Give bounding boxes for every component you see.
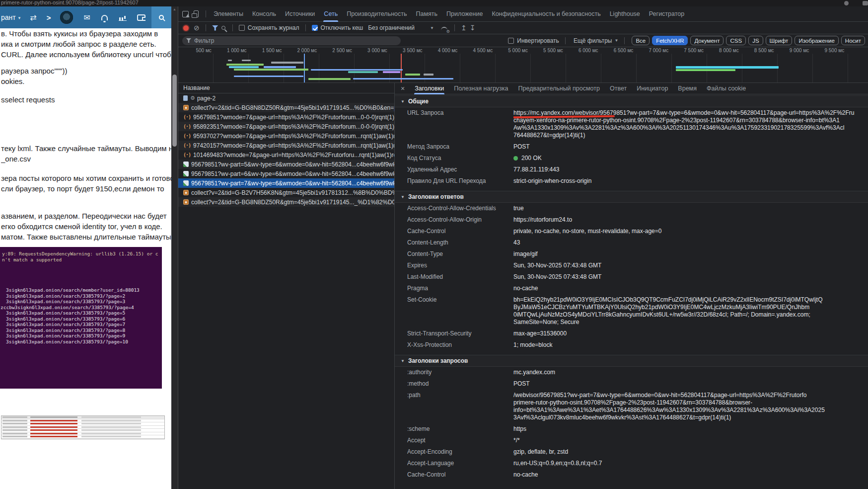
request-row[interactable]: ⚙ 95892351?wmode=7&page-url=https%3A%2F%… bbox=[178, 122, 394, 131]
header-row: :scheme https bbox=[407, 423, 868, 435]
path-line: /webvisor/95679851?wv-part=7&wv-type=6&w… bbox=[513, 392, 868, 399]
filter-chip[interactable]: JS bbox=[748, 36, 763, 45]
search-icon[interactable] bbox=[221, 26, 225, 30]
filter-chip[interactable]: Изображение bbox=[795, 36, 838, 45]
devtools-tab[interactable]: Конфиденциальность и безопасность bbox=[487, 6, 605, 22]
terminal-line: 3sigkn6l3xpad.onion/search/3385793/?page… bbox=[0, 299, 162, 305]
request-type-icon bbox=[183, 171, 189, 176]
devtools-tab[interactable]: Элементы bbox=[209, 6, 248, 22]
request-type-icon bbox=[183, 199, 189, 205]
network-overview-timeline[interactable]: 500 мс1 000 мс1 500 мс2 000 мс2 500 мс3 … bbox=[178, 47, 868, 83]
request-row[interactable]: ⚙ 95679851?wv-part=6&wv-type=6&wmode=0&w… bbox=[178, 169, 394, 178]
request-row[interactable]: ⚙ 95937027?wmode=7&page-url=https%3A%2F%… bbox=[178, 131, 394, 141]
request-row[interactable]: ⚙ 97420157?wmode=7&page-url=https%3A%2F%… bbox=[178, 141, 394, 150]
invert-checkbox[interactable] bbox=[508, 38, 514, 44]
record-icon[interactable] bbox=[183, 25, 189, 31]
request-row[interactable]: ⚙ 95679851?wv-part=5&wv-type=6&wmode=0&w… bbox=[178, 160, 394, 169]
timeline-tick-label: 7 500 мс bbox=[670, 47, 706, 54]
profile-icon[interactable] bbox=[844, 1, 849, 5]
filter-chip[interactable]: CSS bbox=[726, 36, 746, 45]
attachment-table-thumbnail[interactable] bbox=[1, 415, 165, 439]
detail-tab[interactable]: Файлы cookie bbox=[702, 83, 751, 94]
chevron-right-icon[interactable]: > bbox=[47, 13, 51, 22]
guarantor-menu[interactable]: рант bbox=[1, 13, 16, 21]
scrollbar-thumb[interactable] bbox=[172, 75, 177, 147]
inspect-element-icon[interactable] bbox=[182, 11, 189, 17]
detail-tab[interactable]: Предварительный просмотр bbox=[513, 83, 605, 94]
filter-chip[interactable]: Шрифт bbox=[766, 36, 793, 45]
filter-chip[interactable]: Документ bbox=[690, 36, 723, 45]
article-line: зера посты которого мы хотим сохранить и… bbox=[1, 173, 171, 183]
devtools-tab[interactable]: Консоль bbox=[248, 6, 281, 22]
filter-funnel-icon[interactable] bbox=[212, 25, 218, 31]
detail-tab[interactable]: Время bbox=[673, 83, 702, 94]
request-row[interactable]: ⚙ 95679851?wv-part=7&wv-type=6&wmode=0&w… bbox=[178, 178, 394, 188]
name-column-header[interactable]: Название bbox=[178, 83, 394, 93]
timeline-tick-label: 5 000 мс bbox=[495, 47, 530, 54]
gear-icon: ⚙ bbox=[190, 95, 195, 101]
timeline-tick-label: 1 500 мс bbox=[249, 47, 284, 54]
request-row[interactable]: ⚙ collect?v=2&tid=G-BG8N8DZ50R&gtm=45je5… bbox=[178, 103, 394, 112]
devtools-tab[interactable]: Приложение bbox=[442, 6, 487, 22]
devtools-tab[interactable]: Источники bbox=[281, 6, 319, 22]
article-text: в. Чтобы взять кукисы из браузера заходи… bbox=[1, 28, 171, 242]
request-row[interactable]: ⚙ collect?v=2&tid=G-BG8N8DZ50R&gtm=45je5… bbox=[178, 197, 394, 207]
window-menu-icon[interactable] bbox=[863, 1, 868, 5]
devtools-tab[interactable]: Производительность bbox=[342, 6, 411, 22]
wallet-icon[interactable] bbox=[137, 14, 145, 21]
response-headers-section-header[interactable]: ▼ Заголовки ответов bbox=[395, 191, 868, 203]
request-row[interactable]: ⚙ 101469483?wmode=7&page-url=https%3A%2F… bbox=[178, 150, 394, 160]
request-headers-section-header[interactable]: ▼ Заголовки запросов bbox=[395, 355, 868, 367]
set-cookie-line: SameSite=None; Secure bbox=[513, 319, 868, 326]
disable-cache-checkbox[interactable] bbox=[312, 25, 318, 31]
import-har-icon[interactable]: ↥ bbox=[461, 24, 467, 31]
network-conditions-icon[interactable] bbox=[441, 27, 447, 31]
throttling-dropdown[interactable]: Без ограничений ▼ bbox=[368, 24, 434, 31]
detail-tab[interactable]: Заголовки bbox=[410, 83, 449, 94]
clear-icon[interactable]: ⊘ bbox=[194, 24, 200, 31]
status-ok-icon bbox=[513, 156, 518, 161]
filter-chip[interactable]: Носит bbox=[841, 36, 865, 45]
devtools-tab[interactable]: Lighthouse bbox=[605, 6, 645, 22]
filter-input[interactable]: Фильтр bbox=[182, 36, 401, 45]
device-toolbar-icon[interactable] bbox=[194, 10, 199, 17]
set-cookie-line: bh=EkEiQ2hyb21pdW0iO3Y9IjE0MCIsICJOb3Q9Q… bbox=[513, 296, 868, 304]
more-filters-dropdown[interactable]: Ещё фильтры ▼ bbox=[574, 37, 619, 44]
path-row: :path /webvisor/95679851?wv-part=7&wv-ty… bbox=[407, 390, 868, 423]
browser-url-fragment: primere-rutor-python-osint.90708/page-2#… bbox=[1, 0, 139, 5]
general-section-header[interactable]: ▼ Общие bbox=[395, 95, 868, 107]
timeline-tick-label: 6 000 мс bbox=[565, 47, 600, 54]
set-cookie-row: Set-Cookie bh=EkEiQ2hyb21pdW0iO3Y9IjE0MC… bbox=[407, 294, 868, 328]
avatar[interactable] bbox=[60, 11, 73, 24]
request-row[interactable]: ⚙ page-2 bbox=[178, 93, 394, 103]
export-har-icon[interactable]: ↧ bbox=[470, 24, 476, 31]
search-button[interactable] bbox=[151, 6, 171, 28]
request-type-chips: ВсеFetch/XHRДокументCSSJSШрифтИзображени… bbox=[632, 36, 865, 45]
devtools-tab[interactable]: Память bbox=[412, 6, 442, 22]
devtools-tab[interactable]: Регистратор bbox=[645, 6, 689, 22]
header-row: Access-Control-Allow-Credentials true bbox=[407, 203, 868, 214]
path-line: 3Avf%3Aclgul073kv8mluc4beehw6f9wkvkr%3As… bbox=[513, 414, 868, 421]
chart-icon[interactable] bbox=[119, 14, 127, 21]
timeline-scale: 500 мс1 000 мс1 500 мс2 000 мс2 500 мс3 … bbox=[178, 47, 868, 54]
scrollbar-up-icon[interactable]: ▲ bbox=[173, 7, 176, 11]
page-scrollbar[interactable]: ▲ bbox=[171, 6, 178, 489]
mail-icon[interactable]: ✉ bbox=[83, 13, 90, 22]
detail-tab[interactable]: Инициатор bbox=[632, 83, 673, 94]
terminal-line: 3sigkn6l3xpad.onion/search/3385793/?page… bbox=[0, 327, 162, 333]
detail-tab[interactable]: Полезная нагрузка bbox=[449, 83, 513, 94]
timeline-waterfall[interactable] bbox=[178, 54, 868, 82]
timeline-tick-label: 6 500 мс bbox=[600, 47, 636, 54]
request-row[interactable]: ⚙ collect?v=2&tid=G-B2V7H56K8N&gtm=45je5… bbox=[178, 188, 394, 197]
terminal-line: 3sigkn6l3xpad.onion/search/3385793/?page… bbox=[0, 339, 162, 345]
request-row[interactable]: ⚙ 95679851?wmode=7&page-url=https%3A%2F%… bbox=[178, 112, 394, 122]
header-row: Expires Sun, 30-Nov-2025 07:43:48 GMT bbox=[407, 260, 868, 271]
devtools-tab[interactable]: Сеть bbox=[319, 6, 342, 22]
filter-chip[interactable]: Все bbox=[632, 36, 650, 45]
detail-tab[interactable]: Ответ bbox=[605, 83, 632, 94]
bell-icon[interactable] bbox=[101, 15, 108, 20]
preserve-log-checkbox[interactable] bbox=[239, 25, 245, 31]
close-icon[interactable]: × bbox=[401, 84, 405, 92]
filter-chip[interactable]: Fetch/XHR bbox=[652, 36, 688, 45]
swap-arrows-icon[interactable]: ⇄ bbox=[30, 13, 36, 22]
